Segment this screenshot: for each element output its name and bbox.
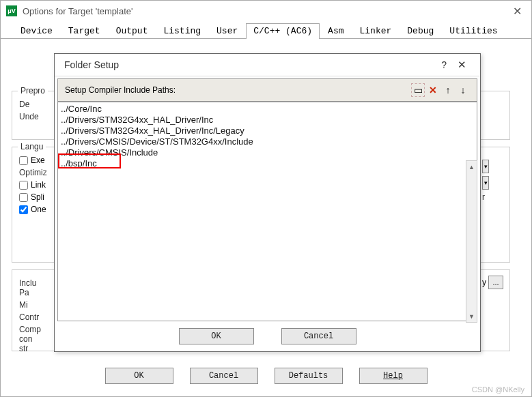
lto-checkbox[interactable] (19, 181, 28, 190)
scroll-down-icon[interactable]: ▼ (466, 310, 477, 322)
new-path-button[interactable]: ▭ (411, 83, 425, 97)
move-up-button[interactable]: ↑ (441, 83, 455, 97)
path-item[interactable]: ../Drivers/CMSIS/Device/ST/STM32G4xx/Inc… (61, 136, 474, 147)
defaults-button[interactable]: Defaults (275, 368, 343, 384)
include-paths-list[interactable]: ../Core/Inc../Drivers/STM32G4xx_HAL_Driv… (57, 102, 477, 321)
path-item[interactable]: ../Drivers/STM32G4xx_HAL_Driver/Inc/Lega… (61, 126, 474, 136)
y-stub: y (482, 278, 486, 287)
lto-label: Link (31, 180, 46, 190)
cancel-button[interactable]: Cancel (190, 368, 258, 384)
app-icon: μV (6, 5, 17, 16)
window-title: Options for Target 'template' (23, 6, 133, 16)
modal-button-bar: OK Cancel (55, 324, 480, 351)
tab-output[interactable]: Output (109, 23, 156, 39)
right-r: r (482, 192, 485, 202)
help-icon[interactable]: ? (434, 59, 453, 70)
tab-bar: DeviceTargetOutputListingUserC/C++ (AC6)… (1, 21, 531, 39)
main-button-bar: OK Cancel Defaults Help (1, 368, 531, 384)
titlebar: μV Options for Target 'template' ✕ (1, 1, 531, 21)
close-icon[interactable]: ✕ (509, 5, 526, 18)
lang-legend: Langu (18, 142, 46, 151)
modal-ok-button[interactable]: OK (179, 328, 254, 344)
tab-device[interactable]: Device (13, 23, 60, 39)
define-label: De (19, 100, 46, 109)
exec-only-checkbox[interactable] (19, 156, 28, 165)
tab-user[interactable]: User (209, 23, 245, 39)
modal-close-icon[interactable]: ✕ (453, 59, 471, 71)
delete-path-button[interactable]: ✕ (426, 83, 440, 97)
one-elf-label: One (31, 205, 46, 214)
include-browse-button[interactable]: ... (488, 276, 503, 289)
modal-toolbar: Setup Compiler Include Paths: ▭ ✕ ↑ ↓ (57, 78, 477, 102)
move-down-button[interactable]: ↓ (456, 83, 470, 97)
modal-cancel-button[interactable]: Cancel (281, 328, 356, 344)
modal-subtitle: Setup Compiler Include Paths: (65, 85, 176, 95)
split-label: Spli (31, 192, 44, 202)
exec-only-label: Exe (31, 156, 45, 165)
help-button[interactable]: Help (359, 368, 428, 384)
misc-label: Mi (19, 300, 46, 310)
tab-debug[interactable]: Debug (400, 23, 441, 39)
split-checkbox[interactable] (19, 193, 28, 202)
modal-titlebar: Folder Setup ? ✕ (55, 54, 480, 76)
path-item[interactable]: ../Drivers/CMSIS/Include (61, 147, 474, 158)
modal-scrollbar[interactable]: ▲ ▼ (466, 160, 477, 323)
tab-listing[interactable]: Listing (156, 23, 208, 39)
include-paths-label: Inclu Pa (19, 278, 46, 297)
optimiz-label: Optimiz (19, 168, 47, 177)
watermark: CSDN @NKelly (472, 385, 524, 394)
undefine-label: Unde (19, 112, 46, 121)
tab-utilities[interactable]: Utilities (442, 23, 505, 39)
tab-c-c-ac6-[interactable]: C/C++ (AC6) (246, 23, 320, 39)
prepro-legend: Prepro (18, 86, 48, 95)
path-item[interactable]: ../bsp/Inc (61, 158, 474, 169)
tab-linker[interactable]: Linker (352, 23, 400, 39)
warnings-dropdown[interactable] (482, 160, 489, 173)
tab-target[interactable]: Target (61, 23, 108, 39)
ok-button[interactable]: OK (105, 368, 173, 384)
folder-setup-dialog: Folder Setup ? ✕ Setup Compiler Include … (54, 53, 481, 352)
path-item[interactable]: ../Core/Inc (61, 104, 474, 115)
lang-c-dropdown[interactable] (482, 176, 489, 190)
modal-title: Folder Setup (64, 59, 119, 70)
path-item[interactable]: ../Drivers/STM32G4xx_HAL_Driver/Inc (61, 115, 474, 126)
controls-label: Contr (19, 312, 46, 322)
scroll-up-icon[interactable]: ▲ (466, 161, 477, 173)
tab-asm[interactable]: Asm (320, 23, 351, 39)
compiler-control-label: Comp con str (19, 325, 46, 353)
one-elf-checkbox[interactable] (19, 205, 28, 214)
